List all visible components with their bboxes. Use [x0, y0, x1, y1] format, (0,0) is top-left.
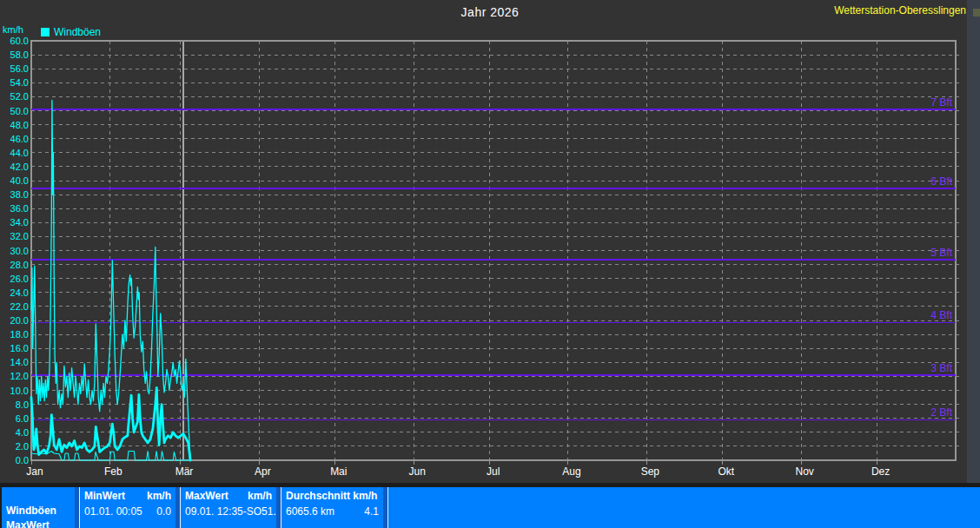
- svg-text:48.0: 48.0: [10, 120, 29, 130]
- svg-text:2.0: 2.0: [16, 441, 29, 452]
- svg-text:4 Bft: 4 Bft: [930, 309, 952, 321]
- svg-text:Nov: Nov: [796, 465, 814, 478]
- durchschnitt-header: Durchschnitt km/h: [286, 490, 377, 502]
- svg-text:6.0: 6.0: [16, 413, 29, 424]
- minwert-value: 0.0: [156, 505, 171, 518]
- svg-text:22.0: 22.0: [10, 301, 29, 312]
- maxwert-timestamp: 09.01. 12:35-SO: [185, 505, 262, 518]
- durchschnitt-value: 4.1: [364, 505, 379, 518]
- svg-text:30.0: 30.0: [10, 246, 29, 256]
- svg-text:60.0: 60.0: [10, 36, 29, 46]
- minwert-timestamp: 01.01. 00:05: [84, 505, 142, 518]
- svg-text:10.0: 10.0: [10, 386, 29, 396]
- svg-text:16.0: 16.0: [10, 343, 29, 353]
- window-edge-strip: [967, 0, 980, 483]
- svg-text:Apr: Apr: [255, 465, 271, 478]
- svg-text:54.0: 54.0: [10, 77, 29, 88]
- svg-text:8.0: 8.0: [16, 399, 29, 410]
- chart-plot-area: 7 Bft6 Bft5 Bft4 Bft3 Bft2 Bft0.02.04.06…: [0, 0, 980, 483]
- svg-text:24.0: 24.0: [10, 287, 29, 298]
- series-name: Windböen: [6, 505, 70, 517]
- svg-text:Jun: Jun: [408, 465, 425, 478]
- svg-text:3 Bft: 3 Bft: [930, 362, 952, 374]
- svg-text:Jul: Jul: [487, 465, 500, 478]
- table-empty-area: [388, 487, 980, 528]
- svg-text:46.0: 46.0: [10, 134, 29, 144]
- weather-chart-window: Jahr 2026 Wetterstation-Oberesslingen km…: [0, 0, 980, 528]
- svg-text:36.0: 36.0: [10, 203, 29, 214]
- table-row-windboeen: Windböen MaxWert MinWert km/h 01.01. 00:…: [0, 487, 980, 528]
- svg-text:4.0: 4.0: [16, 427, 29, 438]
- svg-text:Aug: Aug: [562, 465, 580, 478]
- svg-text:5 Bft: 5 Bft: [930, 247, 952, 259]
- svg-text:58.0: 58.0: [10, 50, 29, 60]
- stats-table: Windböen MaxWert MinWert km/h 01.01. 00:…: [0, 483, 980, 528]
- svg-text:40.0: 40.0: [10, 175, 29, 186]
- svg-text:42.0: 42.0: [10, 162, 29, 172]
- durchschnitt-cell: Durchschnitt km/h 6065.6 km 4.1: [281, 487, 383, 528]
- maxwert-header: MaxWert: [185, 490, 228, 502]
- svg-text:32.0: 32.0: [10, 231, 29, 241]
- svg-text:Dez: Dez: [871, 465, 890, 478]
- svg-text:20.0: 20.0: [10, 315, 29, 326]
- svg-text:34.0: 34.0: [10, 217, 29, 228]
- series-name-cell: Windböen MaxWert: [2, 487, 75, 528]
- svg-text:Feb: Feb: [104, 465, 122, 478]
- svg-text:6 Bft: 6 Bft: [930, 175, 952, 188]
- minwert-unit: km/h: [147, 490, 171, 502]
- maxwert-value: 51.5: [262, 505, 276, 518]
- svg-text:52.0: 52.0: [10, 91, 29, 102]
- svg-text:7 Bft: 7 Bft: [930, 96, 952, 109]
- svg-text:Okt: Okt: [718, 465, 734, 478]
- series-name-row2: MaxWert: [6, 519, 70, 528]
- minwert-header: MinWert: [84, 490, 125, 502]
- minwert-cell: MinWert km/h 01.01. 00:05 0.0: [80, 487, 175, 528]
- svg-text:2 Bft: 2 Bft: [930, 406, 952, 419]
- svg-text:38.0: 38.0: [10, 189, 29, 200]
- svg-text:28.0: 28.0: [10, 260, 29, 270]
- svg-text:50.0: 50.0: [10, 106, 29, 116]
- svg-text:56.0: 56.0: [10, 63, 29, 74]
- svg-text:26.0: 26.0: [10, 274, 29, 284]
- svg-text:12.0: 12.0: [10, 371, 29, 381]
- svg-text:Mär: Mär: [175, 465, 194, 478]
- svg-text:0.0: 0.0: [16, 455, 29, 465]
- svg-text:18.0: 18.0: [10, 329, 29, 340]
- svg-text:Sep: Sep: [641, 465, 660, 478]
- maxwert-unit: km/h: [248, 490, 272, 502]
- durchschnitt-km: 6065.6 km: [286, 505, 334, 518]
- svg-text:Jan: Jan: [26, 465, 43, 478]
- svg-text:Mai: Mai: [330, 465, 347, 478]
- svg-text:14.0: 14.0: [10, 357, 29, 367]
- maxwert-cell: MaxWert km/h 09.01. 12:35-SO 51.5: [181, 487, 276, 528]
- svg-text:44.0: 44.0: [10, 148, 29, 158]
